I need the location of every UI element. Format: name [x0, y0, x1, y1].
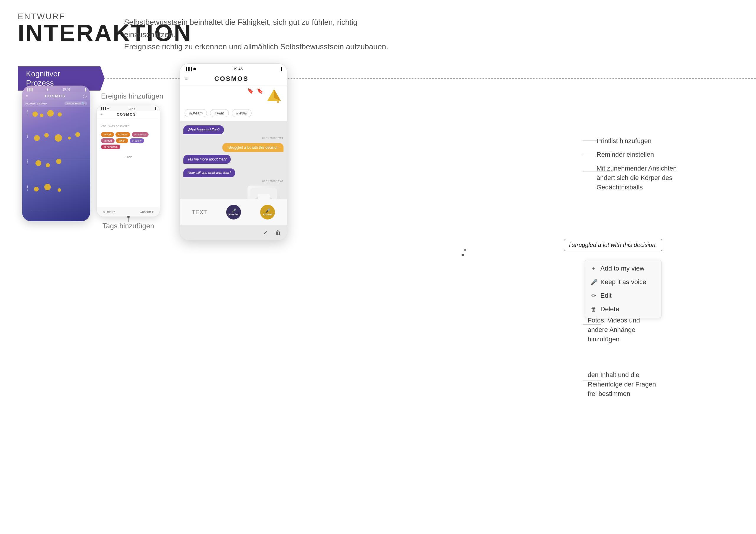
- chat-right-1: i struggled a lot with this decision.: [180, 141, 287, 153]
- phone1-keywords[interactable]: KEYWORDS 🔍: [65, 101, 87, 105]
- svg-point-2: [277, 101, 279, 103]
- dot2: [40, 114, 43, 117]
- phone1-header: ≡ COSMOS ◯: [22, 92, 90, 100]
- chat-time-1: 02.01.2019 13:19: [180, 137, 283, 140]
- context-keep-voice[interactable]: 🎤 Keep it as voice: [585, 275, 661, 289]
- tag-dream-main[interactable]: #Dream: [185, 109, 207, 117]
- phone1-status-bar: ▐▐▐ ✱ 19:46 ▐: [22, 86, 90, 92]
- phone1-date: 03.2019 - 06.2019: [25, 102, 47, 105]
- dot1: [33, 112, 38, 117]
- phone1-menu-icon: ≡: [26, 94, 28, 98]
- edit-label: Edit: [600, 292, 611, 299]
- memory-ball: [266, 88, 282, 104]
- context-menu: + Add to my view 🎤 Keep it as voice ✏ Ed…: [585, 260, 662, 318]
- phone1-time: 19:46: [63, 88, 70, 91]
- keep-voice-label: Keep it as voice: [600, 278, 646, 286]
- dot5: [34, 135, 40, 141]
- phone2-title: COSMOS: [117, 113, 136, 116]
- tag-family[interactable]: #Family: [130, 139, 145, 143]
- trash-icon[interactable]: 🗑: [275, 229, 281, 236]
- phone-main-battery: ▐: [280, 67, 282, 71]
- voice-icon: 🎤: [590, 278, 597, 286]
- answer-button[interactable]: 🎤 Answer: [260, 205, 275, 219]
- answer-label: Answer: [263, 213, 273, 216]
- connector-dot-3: [127, 216, 130, 218]
- dot8: [68, 137, 71, 140]
- search-icon: 🔍: [82, 102, 85, 105]
- ann-reminder: Reminder einstellen: [597, 150, 654, 159]
- phone1: ▐▐▐ ✱ 19:46 ▐ ≡ COSMOS ◯ 03.2019 - 06.20…: [22, 86, 90, 221]
- tag-work-main[interactable]: #Work: [232, 109, 252, 117]
- delete-icon: 🗑: [590, 306, 597, 313]
- grid-line3: [31, 160, 90, 160]
- phone-main-title: COSMOS: [188, 75, 275, 83]
- connector-dot-1: [464, 249, 466, 251]
- phone1-battery-icon: ▐: [84, 88, 86, 91]
- dot4: [58, 113, 62, 116]
- month-apr: APR: [26, 159, 29, 164]
- question-label: Question: [228, 213, 239, 216]
- phone2: ▐▐▐ ✱ 19:46 ▐ ≡ COSMOS Zoe, Was passiert…: [96, 105, 160, 217]
- context-delete[interactable]: 🗑 Delete: [585, 302, 661, 316]
- tag-dream[interactable]: #Dream: [116, 132, 130, 137]
- quote-text: i struggled a lot with this decision.: [569, 242, 657, 248]
- edit-icon: ✏: [590, 292, 597, 299]
- tag-friendship[interactable]: #Friendship: [101, 144, 120, 149]
- tag-plan-main[interactable]: #Plan: [210, 109, 229, 117]
- phone2-add[interactable]: + add: [97, 151, 160, 163]
- mic2-icon: 🎤: [265, 208, 270, 213]
- connector-dot-2: [462, 254, 464, 256]
- phone-main-signal: ▐▐▐ ✱: [185, 67, 196, 71]
- phone2-return[interactable]: < Return: [103, 210, 116, 214]
- dot9: [75, 132, 80, 137]
- add-to-view-label: Add to my view: [600, 265, 644, 272]
- phone-main-time: 19:46: [233, 67, 243, 71]
- check-icon[interactable]: ✓: [263, 229, 268, 236]
- phone-main-status: ▐▐▐ ✱ 19:46 ▐: [180, 64, 287, 73]
- tag-interests[interactable]: #Interests: [132, 132, 149, 137]
- ann-printlist: Printlist hinzufügen: [597, 136, 652, 146]
- dot7: [55, 134, 62, 141]
- phone1-profile-icon: ◯: [83, 94, 87, 98]
- dot12: [56, 159, 62, 164]
- month-jun: JUN: [26, 110, 29, 115]
- bookmark-icon: 🔖: [247, 88, 254, 104]
- phone-main-tags: #Dream #Plan #Work: [180, 106, 287, 121]
- phone2-header: ≡ COSMOS: [97, 111, 160, 118]
- phone2-menu-icon: ≡: [100, 113, 102, 116]
- chat-bubble-1: What happend Zoe?: [183, 125, 224, 134]
- phone-main-input-area: TEXT 🎤 Question 🎤 Answer: [180, 199, 287, 225]
- ereignis-label: Ereignis hinzufügen: [100, 92, 164, 100]
- ann-fotos: Fotos, Videos undandere Anhängehinzufüge…: [588, 316, 706, 344]
- phone2-status: ▐▐▐ ✱ 19:46 ▐: [97, 105, 160, 111]
- question-button[interactable]: 🎤 Question: [226, 205, 241, 219]
- phone2-time: 19:46: [128, 107, 135, 110]
- context-add-to-view[interactable]: + Add to my view: [585, 262, 661, 275]
- phone1-signal-icon: ▐▐▐: [26, 88, 33, 91]
- plus-icon: +: [590, 265, 597, 272]
- tag-plan[interactable]: #Plan: [116, 139, 128, 143]
- tag-work[interactable]: #Work: [101, 132, 114, 137]
- month-mai: MAI: [26, 134, 29, 138]
- chat-bubble-4: How will you deal with that?: [183, 168, 235, 177]
- dot11: [46, 163, 50, 167]
- quote-bubble: i struggled a lot with this decision.: [564, 239, 662, 251]
- header-description: Selbstbewusstsein beinhaltet die Fähigke…: [124, 16, 390, 53]
- chat-bubble-3: Tell me more about that?: [183, 155, 230, 164]
- chat-time-2: 02.01.2019 19:46: [180, 180, 283, 183]
- grid-line2: [31, 185, 90, 185]
- tag-mood[interactable]: #Mood: [101, 139, 115, 143]
- connector-line-3: [583, 155, 598, 155]
- phone-main: ▐▐▐ ✱ 19:46 ▐ ≡ COSMOS 🔖 🔖 #Dream #Plan …: [179, 64, 287, 241]
- context-edit[interactable]: ✏ Edit: [585, 289, 661, 302]
- connector-line-6: [583, 381, 601, 381]
- phone-main-menu-icon[interactable]: ≡: [185, 76, 188, 82]
- dot13: [34, 187, 39, 191]
- phone1-date-row: 03.2019 - 06.2019 KEYWORDS 🔍: [22, 100, 90, 107]
- phone2-signal: ▐▐▐ ✱: [100, 107, 109, 110]
- mic-icon: 🎤: [231, 208, 236, 213]
- phone2-confirm[interactable]: Confirm >: [140, 210, 154, 214]
- phone-main-icons: 🔖 🔖: [180, 86, 287, 106]
- phone1-body: JUN MAI APR MÄR: [22, 107, 90, 210]
- phone2-placeholder[interactable]: Zoe, Was passiert?: [97, 118, 160, 131]
